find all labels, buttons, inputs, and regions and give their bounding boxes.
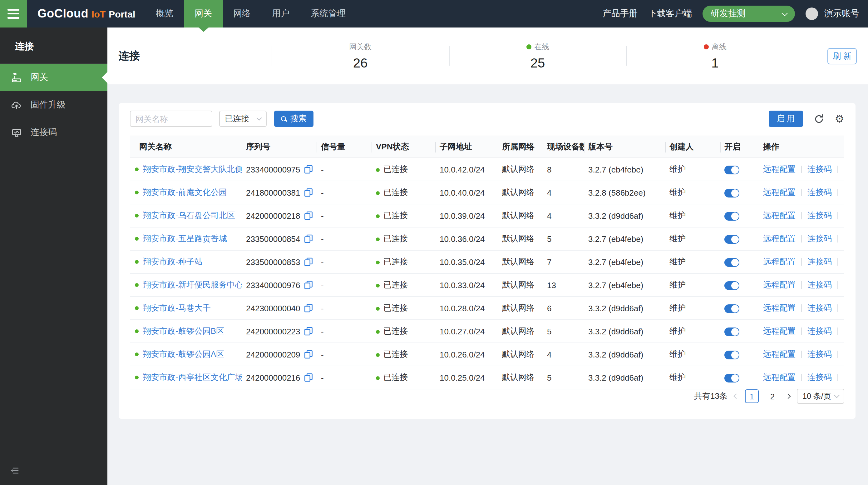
- connect-code-link[interactable]: 连接码: [807, 234, 832, 243]
- connect-code-link[interactable]: 连接码: [807, 164, 832, 174]
- table-settings-button[interactable]: ⚙: [835, 113, 845, 124]
- nav-item-overview[interactable]: 概览: [145, 0, 184, 28]
- remote-config-link[interactable]: 远程配置: [763, 257, 796, 266]
- pagination-total: 共有13条: [694, 391, 727, 402]
- connect-code-link[interactable]: 连接码: [807, 188, 832, 197]
- remote-config-link[interactable]: 远程配置: [763, 303, 796, 313]
- connected-dot-icon: [376, 307, 380, 311]
- copy-icon[interactable]: [304, 234, 313, 243]
- connect-code-link[interactable]: 连接码: [807, 210, 832, 220]
- gateway-name-link[interactable]: 翔安市政-翔安交警大队北侧: [143, 164, 242, 175]
- gateway-name-link[interactable]: 翔安市政-西亭社区文化广场: [143, 372, 242, 383]
- copy-icon[interactable]: [304, 188, 313, 197]
- next-page-button[interactable]: [786, 394, 790, 398]
- page-size-select[interactable]: 10 条/页: [797, 389, 844, 404]
- connection-filter-select[interactable]: 已连接: [219, 111, 267, 127]
- subnet-address: 10.0.28.0/24: [436, 296, 498, 320]
- remote-config-link[interactable]: 远程配置: [763, 372, 796, 382]
- more-actions-button[interactable]: ···: [844, 164, 844, 174]
- environment-select[interactable]: 研发挂测: [703, 6, 795, 22]
- connect-code-link[interactable]: 连接码: [807, 372, 832, 382]
- online-dot-icon: [135, 237, 138, 240]
- copy-icon[interactable]: [304, 350, 313, 359]
- divider: [801, 281, 802, 289]
- copy-icon[interactable]: [304, 304, 313, 312]
- more-actions-button[interactable]: ···: [844, 257, 844, 266]
- hamburger-menu-button[interactable]: [0, 0, 27, 28]
- creator: 维护: [666, 343, 721, 366]
- connect-code-link[interactable]: 连接码: [807, 280, 832, 289]
- connect-code-link[interactable]: 连接码: [807, 303, 832, 313]
- nav-item-users[interactable]: 用户: [261, 0, 300, 28]
- enable-toggle[interactable]: [724, 166, 739, 174]
- search-button[interactable]: 搜索: [274, 111, 313, 127]
- enable-toggle[interactable]: [724, 258, 739, 267]
- enable-toggle[interactable]: [724, 212, 739, 221]
- collapse-sidebar-button[interactable]: [9, 466, 19, 478]
- enable-toggle[interactable]: [724, 327, 739, 336]
- enable-toggle[interactable]: [724, 374, 739, 382]
- vpn-status: 已连接: [383, 257, 408, 266]
- connect-code-link[interactable]: 连接码: [807, 326, 832, 336]
- nav-item-system-admin[interactable]: 系统管理: [300, 0, 356, 28]
- gateway-name-link[interactable]: 翔安市政-五星路贡香城: [143, 233, 227, 245]
- copy-icon[interactable]: [304, 373, 313, 381]
- remote-config-link[interactable]: 远程配置: [763, 326, 796, 336]
- page-number-2[interactable]: 2: [766, 389, 779, 403]
- connect-code-link[interactable]: 连接码: [807, 257, 832, 266]
- copy-icon[interactable]: [304, 257, 313, 266]
- download-client-link[interactable]: 下载客户端: [648, 8, 692, 19]
- refresh-button[interactable]: 刷新: [828, 48, 857, 64]
- page-number-1[interactable]: 1: [745, 389, 759, 403]
- table-row: 翔安市政-乌石盘公司北区 242000000218 - 已连接 10.0.39.…: [130, 204, 844, 227]
- divider: [837, 327, 838, 335]
- gateway-name-link[interactable]: 翔安市政-鼓锣公园B区: [143, 325, 224, 337]
- enable-button[interactable]: 启用: [769, 111, 803, 127]
- table-row: 翔安市政-鼓锣公园A区 242000000209 - 已连接 10.0.26.0…: [130, 343, 844, 366]
- enable-toggle[interactable]: [724, 304, 739, 313]
- more-actions-button[interactable]: ···: [844, 280, 844, 289]
- avatar[interactable]: [806, 7, 818, 20]
- copy-icon[interactable]: [304, 326, 313, 335]
- more-actions-button[interactable]: ···: [844, 349, 844, 359]
- enable-toggle[interactable]: [724, 281, 739, 290]
- gateway-name-link[interactable]: 翔安市政-新圩便民服务中心: [143, 279, 242, 291]
- remote-config-link[interactable]: 远程配置: [763, 188, 796, 197]
- product-manual-link[interactable]: 产品手册: [602, 8, 638, 19]
- previous-page-button[interactable]: [734, 394, 738, 398]
- sidebar-item-firmware-upgrade[interactable]: 固件升级: [0, 91, 107, 119]
- copy-icon[interactable]: [304, 165, 313, 173]
- version: 3.2.7 (eb4febe): [585, 158, 666, 181]
- copy-icon[interactable]: [304, 211, 313, 220]
- remote-config-link[interactable]: 远程配置: [763, 280, 796, 289]
- gateway-name-search-input[interactable]: [130, 111, 212, 127]
- more-actions-button[interactable]: ···: [844, 188, 844, 197]
- more-actions-button[interactable]: ···: [844, 234, 844, 243]
- remote-config-link[interactable]: 远程配置: [763, 234, 796, 243]
- remote-config-link[interactable]: 远程配置: [763, 349, 796, 359]
- remote-config-link[interactable]: 远程配置: [763, 164, 796, 174]
- account-name[interactable]: 演示账号: [824, 8, 859, 19]
- gateway-name-link[interactable]: 翔安市政-种子站: [143, 256, 203, 267]
- nav-item-network[interactable]: 网络: [223, 0, 261, 28]
- nav-item-gateway[interactable]: 网关: [184, 0, 223, 28]
- connect-code-link[interactable]: 连接码: [807, 349, 832, 359]
- gateway-name-link[interactable]: 翔安市政-前庵文化公园: [143, 187, 227, 198]
- sidebar-item-gateway[interactable]: 网关: [0, 64, 107, 91]
- enable-toggle[interactable]: [724, 235, 739, 244]
- gateway-name-link[interactable]: 翔安市政-乌石盘公司北区: [143, 210, 235, 221]
- remote-config-link[interactable]: 远程配置: [763, 210, 796, 220]
- more-actions-button[interactable]: ···: [844, 372, 844, 382]
- more-actions-button[interactable]: ···: [844, 303, 844, 313]
- reload-table-button[interactable]: [814, 113, 824, 124]
- enable-toggle[interactable]: [724, 189, 739, 198]
- more-actions-button[interactable]: ···: [844, 326, 844, 336]
- gateway-name-link[interactable]: 翔安市政-鼓锣公园A区: [143, 349, 224, 360]
- more-actions-button[interactable]: ···: [844, 210, 844, 220]
- sidebar-item-connect-code[interactable]: 连接码: [0, 119, 107, 146]
- enable-toggle[interactable]: [724, 351, 739, 360]
- copy-icon[interactable]: [304, 280, 313, 289]
- gateway-name-link[interactable]: 翔安市政-马巷大千: [143, 303, 211, 314]
- divider: [837, 235, 838, 242]
- online-dot-icon: [135, 191, 138, 194]
